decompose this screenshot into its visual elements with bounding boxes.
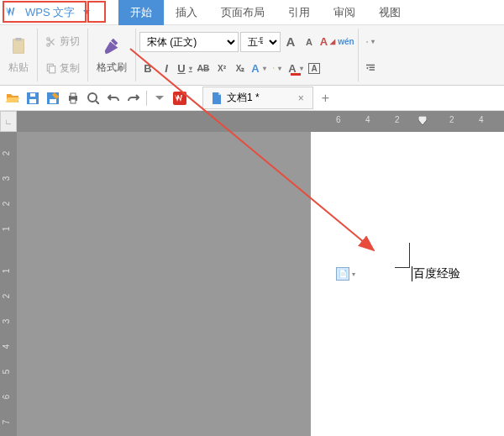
underline-button[interactable]: U▾ <box>176 60 193 76</box>
redo-icon <box>128 92 139 104</box>
bullet-list-button[interactable]: ▾ <box>362 34 379 50</box>
svg-rect-16 <box>370 70 375 71</box>
decrease-indent-button[interactable] <box>362 60 379 76</box>
ribbon-group-cut-copy: 剪切 复制 <box>38 29 88 81</box>
save-button[interactable] <box>25 91 40 106</box>
char-border-button[interactable]: A <box>306 60 323 76</box>
svg-rect-23 <box>71 93 76 97</box>
copy-button[interactable]: 复制 <box>41 59 84 78</box>
ribbon-group-format-painter: 格式刷 <box>88 29 136 81</box>
menu-tabs: 开始 插入 页面布局 引用 审阅 视图 <box>118 0 412 25</box>
tab-page-layout[interactable]: 页面布局 <box>209 0 276 25</box>
document-page[interactable]: 📄 ▾ 百度经验 <box>311 132 504 436</box>
indent-left-icon <box>366 62 375 74</box>
color-bar-icon <box>291 73 301 76</box>
ruler-horizontal-area: ∟ 6 4 2 2 4 6 <box>0 111 504 132</box>
format-painter-icon <box>102 36 121 56</box>
ruler-vertical[interactable]: 2 3 2 1 1 2 3 4 5 6 7 <box>0 132 17 436</box>
ribbon-group-paragraph: ▾ <box>359 29 382 81</box>
svg-rect-15 <box>370 67 375 68</box>
open-button[interactable] <box>5 91 20 106</box>
ribbon-group-font: 宋体 (正文) 五号 A A A◢ wén B I U▾ AB X² X₂ A▾… <box>136 29 359 81</box>
print-icon <box>67 92 79 104</box>
document-text[interactable]: 百度经验 <box>412 266 460 281</box>
undo-button[interactable] <box>106 91 121 106</box>
ribbon: 粘贴 剪切 复制 格式刷 宋体 (正文) 五号 A A A◢ <box>0 25 504 86</box>
wps-home-button[interactable] <box>172 91 187 106</box>
chevron-down-icon <box>155 94 164 102</box>
separator <box>146 91 147 106</box>
ruler-horizontal[interactable]: 6 4 2 2 4 6 <box>17 111 504 132</box>
copy-icon <box>45 62 57 74</box>
highlight-button[interactable]: ▾ <box>269 60 286 76</box>
bullet-list-icon <box>366 36 368 48</box>
bold-button[interactable]: B <box>139 60 156 76</box>
superscript-button[interactable]: X² <box>213 60 230 76</box>
tab-review[interactable]: 审阅 <box>322 0 367 25</box>
font-size-select[interactable]: 五号 <box>240 32 281 52</box>
ruler-corner[interactable]: ∟ <box>0 111 17 132</box>
clear-format-button[interactable]: A◢ <box>319 34 336 50</box>
italic-button[interactable]: I <box>158 60 175 76</box>
strikethrough-button[interactable]: AB <box>195 60 212 76</box>
tab-view[interactable]: 视图 <box>367 0 412 25</box>
folder-open-icon <box>6 92 19 104</box>
format-painter-button[interactable]: 格式刷 <box>92 29 132 81</box>
preview-icon <box>87 92 99 104</box>
scissors-icon <box>45 36 57 48</box>
document-tab-label: 文档1 * <box>227 91 260 105</box>
highlight-icon <box>273 62 275 74</box>
svg-rect-1 <box>15 37 21 40</box>
svg-rect-5 <box>50 66 55 73</box>
save-as-button[interactable] <box>45 91 60 106</box>
paste-button[interactable]: 粘贴 <box>3 29 34 81</box>
svg-rect-14 <box>366 65 375 66</box>
svg-rect-18 <box>29 99 36 103</box>
redo-button[interactable] <box>126 91 141 106</box>
tab-insert[interactable]: 插入 <box>164 0 209 25</box>
pinyin-button[interactable]: wén <box>338 34 354 50</box>
svg-rect-21 <box>50 99 56 103</box>
font-color-button[interactable]: A▾ <box>287 60 304 76</box>
svg-rect-24 <box>71 99 76 103</box>
ribbon-group-clipboard: 粘贴 <box>0 29 38 81</box>
annotation-box-dropdown <box>87 1 106 23</box>
indent-marker-icon[interactable] <box>418 116 427 126</box>
svg-rect-19 <box>30 93 35 97</box>
print-button[interactable] <box>66 91 81 106</box>
tab-references[interactable]: 引用 <box>276 0 322 25</box>
subscript-button[interactable]: X₂ <box>232 60 249 76</box>
text-effect-button[interactable]: A▾ <box>250 60 267 76</box>
font-family-select[interactable]: 宋体 (正文) <box>139 32 239 52</box>
undo-icon <box>108 92 119 104</box>
paste-icon <box>9 36 28 56</box>
document-icon <box>212 92 222 104</box>
svg-rect-7 <box>291 73 301 76</box>
chevron-down-icon: ▾ <box>352 271 355 278</box>
workspace: 2 3 2 1 1 2 3 4 5 6 7 📄 ▾ 百度经验 <box>0 132 504 436</box>
text-cursor-corner <box>395 243 410 268</box>
cut-button[interactable]: 剪切 <box>41 32 84 51</box>
paste-options-icon: 📄 <box>336 267 349 281</box>
document-canvas[interactable]: 📄 ▾ 百度经验 <box>17 132 504 436</box>
svg-point-25 <box>88 93 97 102</box>
customize-quickbar[interactable] <box>152 91 167 106</box>
svg-rect-0 <box>13 39 24 53</box>
quick-access-bar: 文档1 * × + <box>0 86 504 111</box>
tab-home[interactable]: 开始 <box>118 0 164 25</box>
document-tab[interactable]: 文档1 * × <box>202 87 313 109</box>
increase-font-button[interactable]: A <box>282 34 299 50</box>
document-tabs: 文档1 * × + <box>202 87 329 109</box>
close-tab-button[interactable]: × <box>298 92 304 104</box>
annotation-box-app-name <box>3 1 87 23</box>
paste-options-tag[interactable]: 📄 ▾ <box>336 267 355 281</box>
print-preview-button[interactable] <box>86 91 101 106</box>
save-as-icon <box>47 92 59 104</box>
save-icon <box>27 92 39 104</box>
decrease-font-button[interactable]: A <box>301 34 318 50</box>
wps-w-icon <box>173 92 186 105</box>
add-tab-button[interactable]: + <box>322 91 329 106</box>
